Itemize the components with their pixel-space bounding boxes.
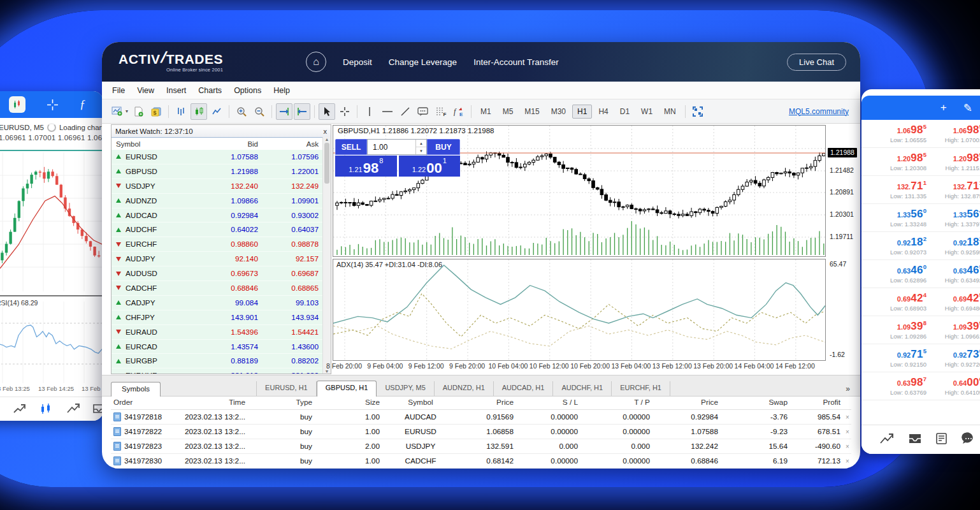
column-header-symbol[interactable]: Symbol	[112, 140, 203, 148]
chart-tab-usdjpy-m5[interactable]: USDJPY, M5	[377, 381, 434, 396]
scrollbar-thumb[interactable]	[324, 143, 329, 184]
orders-column-type[interactable]: Type	[248, 398, 315, 407]
orders-column-price[interactable]: Price	[459, 398, 516, 407]
chart-tab-icon[interactable]	[40, 402, 54, 415]
menu-help[interactable]: Help	[273, 86, 290, 95]
indicators-icon[interactable]: ƒ	[80, 98, 85, 112]
chart-tab-gbpusd-h1[interactable]: GBPUSD, H1	[317, 381, 377, 397]
nav-item-deposit[interactable]: Deposit	[343, 57, 372, 67]
order-row-341972823[interactable]: 3419728232023.02.13 13:2...buy2.00USDJPY…	[111, 439, 851, 454]
add-symbol-icon[interactable]: +	[940, 101, 947, 114]
scroll-down-icon[interactable]: ▼	[325, 369, 329, 374]
candlestick-chart-icon[interactable]	[191, 103, 207, 120]
market-watch-row-eurcad[interactable]: EURCAD1.435741.43600	[112, 340, 323, 354]
volume-stepper[interactable]: ▲▼	[415, 140, 426, 154]
market-watch-row-audusd[interactable]: AUDUSD0.696730.69687	[112, 266, 323, 281]
volume-input[interactable]: 1.00 ▲▼	[367, 139, 427, 155]
timeframe-h1[interactable]: H1	[572, 105, 592, 119]
new-order-icon[interactable]	[130, 103, 147, 120]
new-chart-icon[interactable]	[109, 103, 126, 120]
close-order-icon[interactable]: ×	[843, 443, 851, 450]
funds-icon[interactable]: $	[148, 103, 164, 120]
menu-insert[interactable]: Insert	[166, 86, 186, 95]
market-watch-row-usdjpy[interactable]: USDJPY132.240132.249	[112, 179, 323, 194]
edit-icon[interactable]: ✎	[963, 101, 972, 115]
crosshair-tool-icon[interactable]	[47, 99, 58, 110]
market-watch-column-headers[interactable]: SymbolBidAsk	[112, 138, 331, 151]
inbox-icon[interactable]	[907, 432, 923, 446]
volume-value[interactable]: 1.00	[368, 143, 415, 152]
trade-chart-icon[interactable]	[879, 432, 895, 446]
order-row-341972818[interactable]: 3419728182023.02.13 13:2...buy1.00AUDCAD…	[111, 410, 851, 425]
fibonacci-icon[interactable]: F	[433, 103, 449, 120]
timeframe-m15[interactable]: M15	[519, 105, 544, 119]
chart-tab-audchf-h1[interactable]: AUDCHF, H1	[553, 381, 612, 396]
market-watch-row-audcad[interactable]: AUDCAD0.929840.93002	[112, 208, 323, 223]
quote-row[interactable]: 1.09398Low: 1.092861.09399High: 1.09661	[861, 316, 980, 344]
chat-icon[interactable]	[961, 432, 976, 446]
sell-button[interactable]: SELL	[335, 139, 367, 155]
crosshair-icon[interactable]	[336, 103, 353, 120]
buy-price[interactable]: 1.22001	[399, 156, 461, 177]
market-watch-row-audjpy[interactable]: AUDJPY92.14092.157	[112, 252, 323, 266]
market-watch-row-eurhuf[interactable]: EURHUF381.013381.232	[112, 368, 323, 374]
orders-column-swap[interactable]: Swap	[721, 398, 790, 407]
trade-arrow-icon[interactable]	[13, 402, 27, 415]
orders-column-price[interactable]: Price	[652, 398, 721, 407]
close-order-icon[interactable]: ×	[843, 458, 851, 465]
market-watch-titlebar[interactable]: Market Watch: 12:37:10 x	[112, 125, 331, 138]
horizontal-line-icon[interactable]	[379, 103, 396, 120]
orders-column-order[interactable]: Order	[111, 398, 168, 407]
timeframe-m1[interactable]: M1	[475, 105, 496, 119]
bar-chart-icon[interactable]	[173, 103, 189, 120]
nav-item-change-leverage[interactable]: Change Leverage	[389, 57, 457, 67]
quote-row[interactable]: 0.92182Low: 0.920730.92182High: 0.92595	[861, 232, 980, 260]
mql5-community-link[interactable]: MQL5.community	[789, 107, 849, 116]
vertical-line-icon[interactable]	[361, 103, 378, 120]
quote-row[interactable]: 1.06985Low: 1.065551.06985High: 1.07001	[861, 120, 980, 148]
quote-row[interactable]: 0.63987Low: 0.637690.64006High: 0.64105	[861, 372, 980, 400]
orders-column-time[interactable]: Time	[168, 398, 248, 407]
chart-tab-eurusd-h1[interactable]: EURUSD, H1	[256, 381, 317, 396]
buy-button[interactable]: BUY	[427, 139, 460, 155]
timeframe-w1[interactable]: W1	[636, 105, 658, 119]
close-order-icon[interactable]: ×	[843, 414, 851, 421]
market-watch-row-gbpusd[interactable]: GBPUSD1.219881.22001	[112, 164, 323, 179]
chart-tab-audcad-h1[interactable]: AUDCAD, H1	[494, 381, 554, 396]
adx-indicator-pane[interactable]	[333, 259, 826, 361]
app-logo-icon[interactable]	[9, 96, 25, 113]
text-label-icon[interactable]	[415, 103, 431, 120]
scroll-up-icon[interactable]: ▲	[325, 137, 329, 142]
order-row-341972822[interactable]: 3419728222023.02.13 13:2...buy1.00EURUSD…	[111, 425, 851, 439]
quote-row[interactable]: 0.92715Low: 0.921500.92730High: 0.92720	[861, 344, 980, 372]
stepper-down-icon[interactable]: ▼	[416, 147, 426, 154]
orders-header-row[interactable]: OrderTimeTypeSizeSymbolPriceS / LT / PPr…	[111, 395, 851, 410]
stepper-up-icon[interactable]: ▲	[416, 140, 426, 147]
trendline-icon[interactable]	[397, 103, 414, 120]
market-watch-row-eurgbp[interactable]: EURGBP0.881890.88202	[112, 354, 323, 368]
orders-column-size[interactable]: Size	[315, 398, 382, 407]
indicators-list-icon[interactable]: fE	[450, 103, 467, 120]
market-watch-scrollbar[interactable]: ▲ ▼	[322, 137, 331, 374]
zoom-in-icon[interactable]	[233, 103, 250, 120]
orders-column-symbol[interactable]: Symbol	[382, 398, 459, 407]
new-chart-dropdown-caret[interactable]: ▾	[126, 108, 128, 114]
menu-options[interactable]: Options	[234, 86, 261, 95]
column-header-ask[interactable]: Ask	[263, 140, 323, 148]
menu-view[interactable]: View	[137, 86, 154, 95]
pane-splitter[interactable]	[0, 295, 103, 296]
menu-file[interactable]: File	[112, 86, 125, 95]
timeframe-mn[interactable]: MN	[659, 105, 681, 119]
timeframe-d1[interactable]: D1	[615, 105, 635, 119]
quote-row[interactable]: 0.69424Low: 0.689030.69425High: 0.69486	[861, 288, 980, 316]
home-icon[interactable]: ⌂	[306, 52, 326, 72]
market-watch-row-eurchf[interactable]: EURCHF0.988600.98878	[112, 237, 323, 252]
orders-column-tp[interactable]: T / P	[580, 398, 652, 407]
chart-tab-eurchf-h1[interactable]: EURCHF, H1	[612, 381, 670, 396]
live-chat-button[interactable]: Live Chat	[787, 54, 846, 71]
market-watch-row-audchf[interactable]: AUDCHF0.640220.64037	[112, 222, 323, 237]
quote-row[interactable]: 1.33560Low: 1.332481.33564High: 1.33797	[861, 204, 980, 232]
menu-charts[interactable]: Charts	[198, 86, 222, 95]
market-watch-row-eurusd[interactable]: EURUSD1.075881.07596	[112, 150, 323, 164]
column-header-bid[interactable]: Bid	[203, 140, 263, 148]
